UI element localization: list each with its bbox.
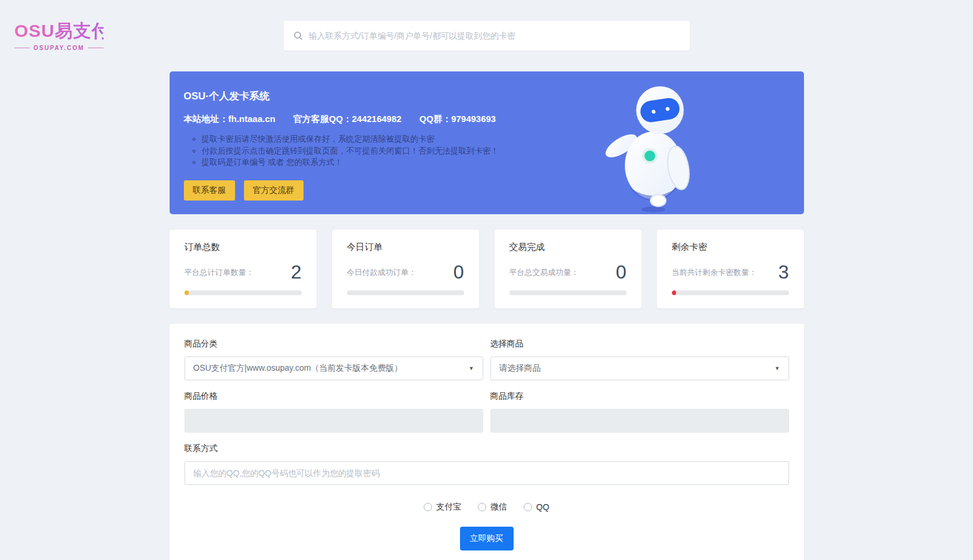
stat-value: 2 <box>291 261 302 283</box>
stat-label: 今日付款成功订单： <box>347 267 417 278</box>
stock-field <box>490 409 789 433</box>
radio-button[interactable] <box>424 503 432 511</box>
stat-progress-bar <box>509 290 627 295</box>
search-icon <box>293 31 303 40</box>
stock-label: 商品库存 <box>490 391 789 402</box>
price-label: 商品价格 <box>184 391 483 402</box>
stat-progress-fill <box>672 290 677 295</box>
logo-subtitle-text: OSUPAY.COM <box>33 45 85 51</box>
payment-option-label: 微信 <box>490 502 507 512</box>
category-select-value: OSU支付官方|www.osupay.com（当前发卡版本免费版） <box>193 363 403 374</box>
stat-value: 0 <box>453 261 464 283</box>
stat-label: 当前共计剩余卡密数量： <box>672 267 757 278</box>
stat-card-today-orders: 今日订单 今日付款成功订单： 0 <box>332 230 479 308</box>
radio-button[interactable] <box>524 503 532 511</box>
stats-row: 订单总数 平台总计订单数量： 2 今日订单 今日付款成功订单： 0 交易完成 平… <box>170 230 804 308</box>
stat-card-completed-trades: 交易完成 平台总交易成功量： 0 <box>495 230 642 308</box>
site-logo: OSU易支付 OSUPAY.COM <box>14 19 104 51</box>
info-banner: OSU·个人发卡系统 本站地址：fh.ntaaa.cn 官方客服QQ：24421… <box>170 71 804 214</box>
chevron-down-icon: ▼ <box>469 365 474 371</box>
stat-card-total-orders: 订单总数 平台总计订单数量： 2 <box>170 230 317 308</box>
top-bar: OSU易支付 OSUPAY.COM <box>0 0 973 71</box>
purchase-form: 商品分类 OSU支付官方|www.osupay.com（当前发卡版本免费版） ▼… <box>170 324 804 560</box>
stat-label: 平台总交易成功量： <box>509 267 579 278</box>
notice-item: 付款后按提示点击确定跳转到提取页面，不可提前关闭窗口！否则无法提取到卡密！ <box>202 145 790 157</box>
qq-group: QQ群：979493693 <box>420 114 496 124</box>
buy-now-button[interactable]: 立即购买 <box>460 527 514 550</box>
notice-item: 提取码是订单编号 或者 您的联系方式！ <box>202 157 790 168</box>
product-select[interactable]: 请选择商品 ▼ <box>490 356 789 380</box>
radio-button[interactable] <box>478 503 486 511</box>
stat-title: 今日订单 <box>347 242 464 253</box>
payment-option-label: 支付宝 <box>436 502 461 512</box>
service-qq: 官方客服QQ：2442164982 <box>293 114 402 124</box>
category-label: 商品分类 <box>184 339 483 349</box>
search-bar <box>284 21 690 51</box>
stat-progress-bar <box>347 290 464 295</box>
stat-value: 0 <box>616 261 627 283</box>
notice-list: 提取卡密后请尽快激活使用或保存好，系统定期清除被提取的卡密 付款后按提示点击确定… <box>202 133 790 168</box>
logo-title: OSU易支付 <box>14 19 104 43</box>
stat-progress-bar <box>184 290 302 295</box>
stat-progress-bar <box>672 290 789 295</box>
product-select-value: 请选择商品 <box>499 363 541 374</box>
product-label: 选择商品 <box>490 339 789 349</box>
price-field <box>184 409 483 433</box>
chevron-down-icon: ▼ <box>775 365 780 371</box>
stat-title: 订单总数 <box>184 242 302 253</box>
stat-title: 交易完成 <box>509 242 627 253</box>
notice-item: 提取卡密后请尽快激活使用或保存好，系统定期清除被提取的卡密 <box>202 133 790 145</box>
stat-title: 剩余卡密 <box>672 242 789 253</box>
stat-label: 平台总计订单数量： <box>184 267 254 278</box>
payment-option-label: QQ <box>536 502 549 512</box>
stat-card-remaining-cards: 剩余卡密 当前共计剩余卡密数量： 3 <box>657 230 804 308</box>
payment-option-wechat[interactable]: 微信 <box>478 502 507 512</box>
contact-service-button[interactable]: 联系客服 <box>184 180 235 201</box>
category-select[interactable]: OSU支付官方|www.osupay.com（当前发卡版本免费版） ▼ <box>184 356 483 380</box>
contact-label: 联系方式 <box>184 443 789 454</box>
robot-illustration <box>599 77 700 214</box>
stat-value: 3 <box>778 261 789 283</box>
payment-option-alipay[interactable]: 支付宝 <box>424 502 461 512</box>
logo-subtitle: OSUPAY.COM <box>14 45 104 51</box>
stat-progress-fill <box>184 290 189 295</box>
official-group-button[interactable]: 官方交流群 <box>244 180 304 201</box>
search-input[interactable] <box>309 31 680 40</box>
payment-option-qq[interactable]: QQ <box>524 502 549 512</box>
site-address: 本站地址：fh.ntaaa.cn <box>184 114 276 124</box>
payment-method-row: 支付宝 微信 QQ <box>184 502 789 512</box>
contact-input[interactable] <box>184 461 789 485</box>
